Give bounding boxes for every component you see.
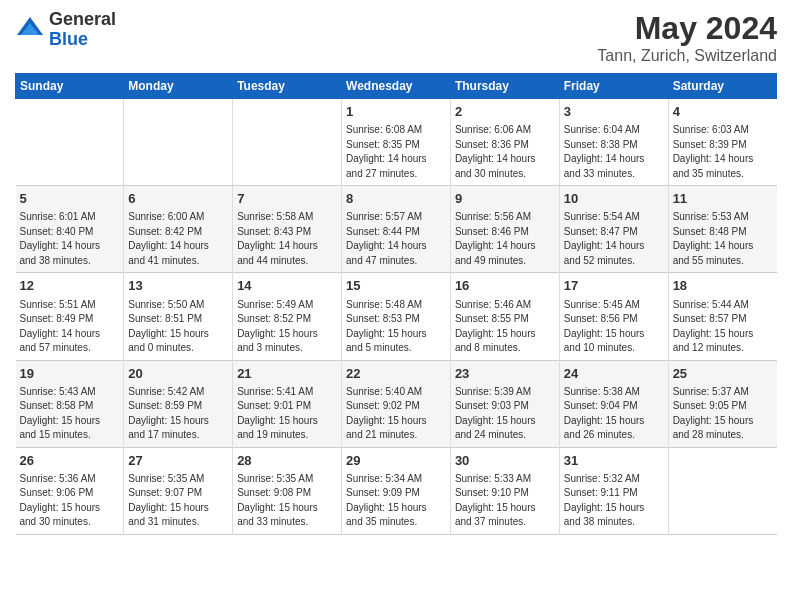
day-number: 1 bbox=[346, 103, 446, 121]
day-number: 18 bbox=[673, 277, 773, 295]
cell-content: Sunrise: 5:34 AM Sunset: 9:09 PM Dayligh… bbox=[346, 472, 446, 530]
day-number: 13 bbox=[128, 277, 228, 295]
cell-content: Sunrise: 5:39 AM Sunset: 9:03 PM Dayligh… bbox=[455, 385, 555, 443]
day-number: 25 bbox=[673, 365, 773, 383]
calendar-cell: 15Sunrise: 5:48 AM Sunset: 8:53 PM Dayli… bbox=[342, 273, 451, 360]
calendar-cell: 19Sunrise: 5:43 AM Sunset: 8:58 PM Dayli… bbox=[16, 360, 124, 447]
day-number: 24 bbox=[564, 365, 664, 383]
day-header-tuesday: Tuesday bbox=[233, 74, 342, 99]
calendar-cell: 31Sunrise: 5:32 AM Sunset: 9:11 PM Dayli… bbox=[559, 447, 668, 534]
day-number: 20 bbox=[128, 365, 228, 383]
main-title: May 2024 bbox=[597, 10, 777, 47]
calendar-cell: 16Sunrise: 5:46 AM Sunset: 8:55 PM Dayli… bbox=[450, 273, 559, 360]
calendar-cell: 30Sunrise: 5:33 AM Sunset: 9:10 PM Dayli… bbox=[450, 447, 559, 534]
day-number: 31 bbox=[564, 452, 664, 470]
cell-content: Sunrise: 5:42 AM Sunset: 8:59 PM Dayligh… bbox=[128, 385, 228, 443]
logo: General Blue bbox=[15, 10, 116, 50]
cell-content: Sunrise: 5:53 AM Sunset: 8:48 PM Dayligh… bbox=[673, 210, 773, 268]
week-row-1: 1Sunrise: 6:08 AM Sunset: 8:35 PM Daylig… bbox=[16, 99, 777, 186]
cell-content: Sunrise: 5:41 AM Sunset: 9:01 PM Dayligh… bbox=[237, 385, 337, 443]
calendar-cell: 20Sunrise: 5:42 AM Sunset: 8:59 PM Dayli… bbox=[124, 360, 233, 447]
cell-content: Sunrise: 5:35 AM Sunset: 9:08 PM Dayligh… bbox=[237, 472, 337, 530]
calendar-cell: 29Sunrise: 5:34 AM Sunset: 9:09 PM Dayli… bbox=[342, 447, 451, 534]
subtitle: Tann, Zurich, Switzerland bbox=[597, 47, 777, 65]
calendar-cell: 5Sunrise: 6:01 AM Sunset: 8:40 PM Daylig… bbox=[16, 186, 124, 273]
calendar-cell: 26Sunrise: 5:36 AM Sunset: 9:06 PM Dayli… bbox=[16, 447, 124, 534]
cell-content: Sunrise: 5:46 AM Sunset: 8:55 PM Dayligh… bbox=[455, 298, 555, 356]
cell-content: Sunrise: 5:32 AM Sunset: 9:11 PM Dayligh… bbox=[564, 472, 664, 530]
calendar-cell: 25Sunrise: 5:37 AM Sunset: 9:05 PM Dayli… bbox=[668, 360, 776, 447]
cell-content: Sunrise: 5:57 AM Sunset: 8:44 PM Dayligh… bbox=[346, 210, 446, 268]
cell-content: Sunrise: 6:01 AM Sunset: 8:40 PM Dayligh… bbox=[20, 210, 120, 268]
cell-content: Sunrise: 5:58 AM Sunset: 8:43 PM Dayligh… bbox=[237, 210, 337, 268]
calendar-cell: 6Sunrise: 6:00 AM Sunset: 8:42 PM Daylig… bbox=[124, 186, 233, 273]
week-row-5: 26Sunrise: 5:36 AM Sunset: 9:06 PM Dayli… bbox=[16, 447, 777, 534]
cell-content: Sunrise: 5:40 AM Sunset: 9:02 PM Dayligh… bbox=[346, 385, 446, 443]
calendar-cell: 28Sunrise: 5:35 AM Sunset: 9:08 PM Dayli… bbox=[233, 447, 342, 534]
day-number: 30 bbox=[455, 452, 555, 470]
week-row-2: 5Sunrise: 6:01 AM Sunset: 8:40 PM Daylig… bbox=[16, 186, 777, 273]
calendar-cell: 11Sunrise: 5:53 AM Sunset: 8:48 PM Dayli… bbox=[668, 186, 776, 273]
calendar-cell: 8Sunrise: 5:57 AM Sunset: 8:44 PM Daylig… bbox=[342, 186, 451, 273]
day-header-thursday: Thursday bbox=[450, 74, 559, 99]
cell-content: Sunrise: 5:45 AM Sunset: 8:56 PM Dayligh… bbox=[564, 298, 664, 356]
cell-content: Sunrise: 5:48 AM Sunset: 8:53 PM Dayligh… bbox=[346, 298, 446, 356]
calendar-cell bbox=[233, 99, 342, 186]
logo-general: General bbox=[49, 10, 116, 30]
day-header-sunday: Sunday bbox=[16, 74, 124, 99]
cell-content: Sunrise: 5:44 AM Sunset: 8:57 PM Dayligh… bbox=[673, 298, 773, 356]
calendar-cell: 14Sunrise: 5:49 AM Sunset: 8:52 PM Dayli… bbox=[233, 273, 342, 360]
day-number: 12 bbox=[20, 277, 120, 295]
day-number: 4 bbox=[673, 103, 773, 121]
calendar-cell bbox=[668, 447, 776, 534]
calendar-cell: 24Sunrise: 5:38 AM Sunset: 9:04 PM Dayli… bbox=[559, 360, 668, 447]
calendar-cell bbox=[16, 99, 124, 186]
cell-content: Sunrise: 5:56 AM Sunset: 8:46 PM Dayligh… bbox=[455, 210, 555, 268]
page: General Blue May 2024 Tann, Zurich, Swit… bbox=[0, 0, 792, 545]
header: General Blue May 2024 Tann, Zurich, Swit… bbox=[15, 10, 777, 65]
calendar-cell: 7Sunrise: 5:58 AM Sunset: 8:43 PM Daylig… bbox=[233, 186, 342, 273]
logo-blue: Blue bbox=[49, 30, 116, 50]
cell-content: Sunrise: 6:00 AM Sunset: 8:42 PM Dayligh… bbox=[128, 210, 228, 268]
calendar-cell: 3Sunrise: 6:04 AM Sunset: 8:38 PM Daylig… bbox=[559, 99, 668, 186]
calendar-cell: 2Sunrise: 6:06 AM Sunset: 8:36 PM Daylig… bbox=[450, 99, 559, 186]
calendar-cell: 1Sunrise: 6:08 AM Sunset: 8:35 PM Daylig… bbox=[342, 99, 451, 186]
cell-content: Sunrise: 6:08 AM Sunset: 8:35 PM Dayligh… bbox=[346, 123, 446, 181]
title-section: May 2024 Tann, Zurich, Switzerland bbox=[597, 10, 777, 65]
day-number: 5 bbox=[20, 190, 120, 208]
calendar-cell: 21Sunrise: 5:41 AM Sunset: 9:01 PM Dayli… bbox=[233, 360, 342, 447]
header-row: SundayMondayTuesdayWednesdayThursdayFrid… bbox=[16, 74, 777, 99]
day-header-wednesday: Wednesday bbox=[342, 74, 451, 99]
cell-content: Sunrise: 6:04 AM Sunset: 8:38 PM Dayligh… bbox=[564, 123, 664, 181]
day-number: 26 bbox=[20, 452, 120, 470]
day-number: 2 bbox=[455, 103, 555, 121]
calendar-cell: 27Sunrise: 5:35 AM Sunset: 9:07 PM Dayli… bbox=[124, 447, 233, 534]
cell-content: Sunrise: 5:36 AM Sunset: 9:06 PM Dayligh… bbox=[20, 472, 120, 530]
day-header-monday: Monday bbox=[124, 74, 233, 99]
day-number: 29 bbox=[346, 452, 446, 470]
week-row-4: 19Sunrise: 5:43 AM Sunset: 8:58 PM Dayli… bbox=[16, 360, 777, 447]
calendar-cell: 9Sunrise: 5:56 AM Sunset: 8:46 PM Daylig… bbox=[450, 186, 559, 273]
cell-content: Sunrise: 5:49 AM Sunset: 8:52 PM Dayligh… bbox=[237, 298, 337, 356]
day-number: 8 bbox=[346, 190, 446, 208]
day-number: 6 bbox=[128, 190, 228, 208]
day-number: 10 bbox=[564, 190, 664, 208]
day-number: 17 bbox=[564, 277, 664, 295]
day-number: 27 bbox=[128, 452, 228, 470]
day-number: 16 bbox=[455, 277, 555, 295]
cell-content: Sunrise: 5:51 AM Sunset: 8:49 PM Dayligh… bbox=[20, 298, 120, 356]
cell-content: Sunrise: 5:37 AM Sunset: 9:05 PM Dayligh… bbox=[673, 385, 773, 443]
day-number: 9 bbox=[455, 190, 555, 208]
calendar-cell: 17Sunrise: 5:45 AM Sunset: 8:56 PM Dayli… bbox=[559, 273, 668, 360]
day-number: 3 bbox=[564, 103, 664, 121]
week-row-3: 12Sunrise: 5:51 AM Sunset: 8:49 PM Dayli… bbox=[16, 273, 777, 360]
logo-icon bbox=[15, 15, 45, 45]
day-number: 7 bbox=[237, 190, 337, 208]
day-number: 14 bbox=[237, 277, 337, 295]
day-header-saturday: Saturday bbox=[668, 74, 776, 99]
day-number: 15 bbox=[346, 277, 446, 295]
calendar-cell: 22Sunrise: 5:40 AM Sunset: 9:02 PM Dayli… bbox=[342, 360, 451, 447]
calendar-cell: 23Sunrise: 5:39 AM Sunset: 9:03 PM Dayli… bbox=[450, 360, 559, 447]
day-number: 19 bbox=[20, 365, 120, 383]
day-number: 23 bbox=[455, 365, 555, 383]
